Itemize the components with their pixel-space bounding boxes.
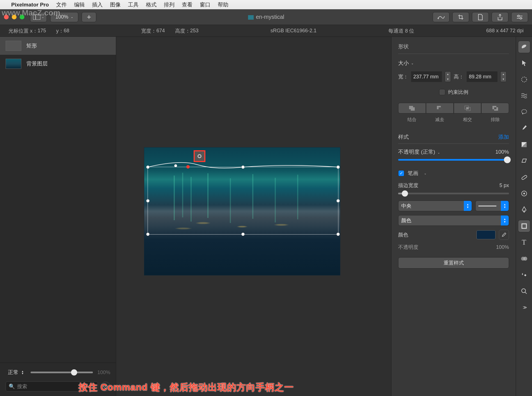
effects-button[interactable]	[472, 12, 489, 22]
tool-eraser[interactable]	[518, 155, 530, 167]
height-field[interactable]: 89.28 mm	[467, 71, 497, 82]
style-add[interactable]: 添加	[498, 133, 509, 141]
tool-clone[interactable]	[518, 187, 530, 200]
tool-lasso[interactable]	[518, 106, 530, 118]
inspector-toggle[interactable]	[511, 12, 528, 22]
titlebar: ⌄ 100%⌄ + en-mystical	[0, 9, 532, 25]
cursor-y: 68	[64, 28, 69, 34]
reset-style-button[interactable]: 重置样式	[398, 257, 509, 268]
menu-image[interactable]: 图像	[110, 1, 121, 8]
stroke-style-select[interactable]: ▲▼	[475, 201, 509, 211]
bool-subtract[interactable]	[426, 103, 454, 113]
svg-line-29	[525, 292, 527, 294]
handle-bm[interactable]	[241, 233, 245, 236]
tool-brush[interactable]	[518, 122, 530, 135]
canvas-dims: 688 x 447 72 dpi	[486, 28, 524, 34]
size-section[interactable]: 大小⌄	[398, 60, 509, 67]
tool-pen[interactable]	[518, 204, 530, 216]
eyedropper-icon	[501, 232, 507, 238]
color-picker[interactable]	[499, 230, 509, 240]
width-val: 674	[156, 28, 165, 34]
add-button[interactable]: +	[82, 12, 96, 22]
selection-box[interactable]	[148, 167, 338, 235]
bool-exclude[interactable]	[481, 103, 509, 113]
handle-ml[interactable]	[146, 199, 150, 202]
stroke-width-value: 5 px	[499, 183, 509, 188]
menu-arrange[interactable]: 排列	[164, 1, 175, 8]
color-swatch[interactable]	[476, 230, 496, 239]
handle-tm[interactable]	[241, 165, 245, 169]
tool-warp[interactable]	[518, 90, 530, 102]
menu-format[interactable]: 格式	[146, 1, 157, 8]
canvas[interactable]	[116, 37, 391, 396]
opacity-value: 100%	[495, 149, 509, 155]
opacity-label[interactable]: 不透明度 (正常)	[398, 149, 435, 155]
crop-button[interactable]	[452, 12, 469, 22]
layer-background[interactable]: 背景图层	[0, 55, 116, 73]
menu-file[interactable]: 文件	[56, 1, 67, 8]
handle-tl[interactable]	[146, 165, 150, 169]
inspector-panel: 形状 大小⌄ 宽： 237.77 mm ▲▼ 高： 89.28 mm ▲▼ 约束…	[391, 37, 516, 396]
stroke-width-slider[interactable]	[398, 193, 509, 194]
tool-more[interactable]: >>	[518, 301, 530, 314]
handle-mr[interactable]	[336, 199, 340, 202]
tool-style[interactable]	[518, 41, 530, 53]
stroke-label[interactable]: 笔画	[408, 170, 418, 177]
eraser-icon	[521, 158, 528, 164]
opacity2-label: 不透明度	[398, 244, 418, 251]
height-label: 高：	[454, 73, 464, 80]
color-icon	[521, 256, 528, 261]
tool-text[interactable]: T	[518, 236, 530, 249]
cursor-y-label: y：	[56, 28, 64, 34]
menu-window[interactable]: 窗口	[200, 1, 210, 8]
page-icon	[478, 14, 483, 21]
tool-marquee[interactable]	[518, 73, 530, 86]
bool-intersect-label: 相交	[454, 117, 481, 123]
anchor-point[interactable]	[186, 165, 190, 169]
tool-effects[interactable]	[518, 269, 530, 281]
svg-rect-22	[521, 175, 527, 180]
menu-insert[interactable]: 插入	[92, 1, 103, 8]
constrain-checkbox[interactable]	[439, 89, 445, 95]
bool-union[interactable]	[398, 103, 426, 113]
menu-edit[interactable]: 编辑	[74, 1, 85, 8]
tool-zoom[interactable]	[518, 285, 530, 297]
menu-help[interactable]: 帮助	[218, 1, 228, 8]
width-label: 宽度：	[141, 28, 156, 34]
rotation-handle[interactable]	[194, 150, 205, 162]
instruction-caption: 按住 Command 键，然后拖动出现的方向手柄之一	[79, 381, 294, 394]
bool-intersect[interactable]	[454, 103, 481, 113]
handle-br[interactable]	[336, 233, 340, 236]
blend-mode-select[interactable]: 正常▲▼	[6, 367, 26, 377]
stroke-position-select[interactable]: 中央▲▼	[398, 201, 472, 211]
tool-repair[interactable]	[518, 171, 530, 183]
menu-tools[interactable]: 工具	[128, 1, 139, 8]
square-icon	[521, 223, 527, 229]
fill-type-select[interactable]: 颜色▲▼	[398, 215, 509, 226]
menu-view[interactable]: 查看	[182, 1, 192, 8]
svg-point-19	[522, 110, 527, 113]
width-stepper[interactable]: ▲▼	[445, 71, 451, 82]
bool-subtract-label: 减去	[426, 117, 454, 123]
tool-gradient[interactable]	[518, 138, 530, 151]
handle-tr[interactable]	[336, 165, 340, 169]
opacity-slider[interactable]	[398, 159, 509, 161]
width-field[interactable]: 237.77 mm	[411, 71, 442, 82]
color-adjust-button[interactable]	[433, 12, 450, 22]
layer-rectangle[interactable]: 矩形	[0, 37, 116, 55]
tool-color[interactable]	[518, 252, 530, 265]
tool-arrow[interactable]	[518, 57, 530, 69]
layer-name: 背景图层	[26, 60, 48, 67]
height-stepper[interactable]: ▲▼	[500, 71, 506, 82]
svg-point-18	[522, 77, 527, 82]
svg-point-5	[518, 15, 519, 17]
stroke-checkbox[interactable]: ✓	[398, 170, 404, 176]
warp-icon	[521, 93, 528, 99]
tool-shape[interactable]	[518, 220, 530, 232]
handle-bl[interactable]	[146, 233, 150, 236]
app-name[interactable]: Pixelmator Pro	[11, 2, 49, 8]
share-button[interactable]	[492, 12, 508, 22]
inspector-title: 形状	[398, 43, 509, 54]
svg-point-24	[523, 193, 525, 194]
layer-opacity-slider[interactable]	[31, 372, 93, 373]
